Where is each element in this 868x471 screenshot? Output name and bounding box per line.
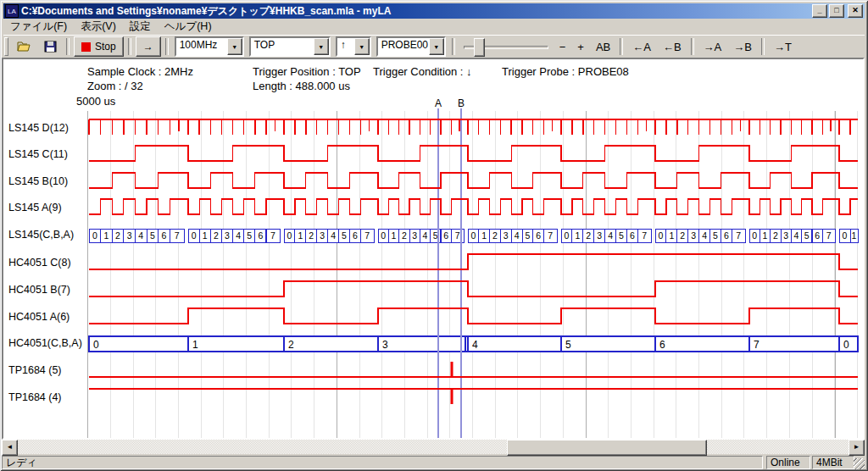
save-file-button[interactable] xyxy=(39,37,62,56)
zoom-slider[interactable] xyxy=(464,37,548,56)
stop-label: Stop xyxy=(95,41,116,53)
status-online-badge: Online xyxy=(766,456,810,469)
toolbar-separator xyxy=(691,38,694,55)
sample-rate-combo[interactable]: 100MHz ▼ xyxy=(175,36,244,57)
app-icon: LA xyxy=(5,4,19,18)
open-folder-icon xyxy=(17,41,32,53)
toolbar-separator xyxy=(761,38,765,55)
app-window: LA C:¥Documents and Settings¥noname¥デスクト… xyxy=(0,0,868,471)
dropdown-arrow-icon[interactable]: ▼ xyxy=(429,38,444,55)
maximize-button-icon[interactable]: □ xyxy=(829,4,844,18)
toolbar: Stop → 100MHz ▼ TOP ▼ ↑ ▼ PROBE00 ▼ − + xyxy=(3,35,865,58)
trigger-probe-combo[interactable]: PROBE00 ▼ xyxy=(376,36,446,57)
scrollbar-thumb[interactable] xyxy=(507,440,707,456)
dropdown-arrow-icon[interactable]: ▼ xyxy=(227,38,242,55)
scroll-left-button[interactable]: ◄ xyxy=(2,440,18,456)
goto-cursor-b-left-button[interactable]: ←B xyxy=(658,37,687,56)
goto-cursor-a-right-button[interactable]: →A xyxy=(698,37,727,56)
channel-label: HC4051 B(7) xyxy=(8,284,70,296)
info-sample-clock: Sample Clock : 2MHz xyxy=(87,65,193,78)
channel-label: LS145 D(12) xyxy=(8,122,69,134)
toolbar-separator xyxy=(620,38,623,55)
menu-settings[interactable]: 設定 xyxy=(123,19,158,35)
sample-rate-value: 100MHz xyxy=(176,38,227,55)
trigger-position-combo[interactable]: TOP ▼ xyxy=(249,36,331,57)
trigger-edge-value: ↑ xyxy=(337,38,354,55)
status-ready: レディ xyxy=(2,456,763,469)
status-memory-badge: 4MBit xyxy=(812,456,854,469)
trigger-probe-value: PROBE00 xyxy=(378,38,429,55)
window-title: C:¥Documents and Settings¥noname¥デスクトップ¥… xyxy=(21,4,810,19)
channel-label: TP1684 (4) xyxy=(8,391,62,403)
channel-label: LS145(C,B,A) xyxy=(8,229,74,241)
toolbar-separator xyxy=(452,38,455,55)
channel-label: LS145 B(10) xyxy=(8,175,68,187)
stop-button[interactable]: Stop xyxy=(74,36,124,57)
zoom-out-button[interactable]: − xyxy=(554,37,571,56)
title-bar: LA C:¥Documents and Settings¥noname¥デスクト… xyxy=(3,3,865,19)
save-floppy-icon xyxy=(44,41,57,53)
goto-cursor-b-right-button[interactable]: →B xyxy=(728,37,757,56)
dropdown-arrow-icon[interactable]: ▼ xyxy=(314,38,329,55)
goto-cursor-a-left-button[interactable]: ←A xyxy=(627,37,656,56)
status-bar: レディ Online 4MBit xyxy=(2,456,866,469)
open-file-button[interactable] xyxy=(12,37,37,56)
scroll-right-button[interactable]: ► xyxy=(849,440,865,456)
toolbar-grip xyxy=(4,37,8,56)
dropdown-arrow-icon[interactable]: ▼ xyxy=(354,38,370,55)
time-per-division-label: 5000 us xyxy=(76,95,115,108)
info-zoom: Zoom : / 32 xyxy=(87,80,143,92)
channel-label: HC4051 A(6) xyxy=(8,311,70,323)
cursor-a-label[interactable]: A xyxy=(435,97,442,109)
info-trigger-position: Trigger Position : TOP xyxy=(253,65,361,78)
minimize-button-icon[interactable]: _ xyxy=(812,4,827,18)
toolbar-separator xyxy=(165,38,169,55)
channel-label: HC4051 C(8) xyxy=(8,257,71,269)
trigger-position-value: TOP xyxy=(251,38,314,55)
info-trigger-condition: Trigger Condition : ↓ xyxy=(373,65,472,78)
waveform-panel[interactable] xyxy=(2,58,865,440)
info-trigger-probe: Trigger Probe : PROBE08 xyxy=(502,65,629,78)
resize-grip[interactable] xyxy=(854,458,865,469)
stop-square-icon xyxy=(81,42,91,52)
run-arrow-icon: → xyxy=(143,41,153,53)
horizontal-scrollbar[interactable]: ◄ ► xyxy=(2,440,865,454)
run-button[interactable]: → xyxy=(136,36,161,57)
goto-trigger-button[interactable]: →T xyxy=(769,37,797,56)
menu-help[interactable]: ヘルプ(H) xyxy=(158,19,219,35)
menu-file[interactable]: ファイル(F) xyxy=(3,19,74,35)
channel-label: HC4051(C,B,A) xyxy=(8,337,82,349)
menu-bar: ファイル(F) 表示(V) 設定 ヘルプ(H) xyxy=(3,19,865,34)
toolbar-separator xyxy=(66,38,70,55)
trigger-edge-combo[interactable]: ↑ ▼ xyxy=(336,36,371,57)
toolbar-separator xyxy=(128,38,131,55)
info-length: Length : 488.000 us xyxy=(253,80,350,92)
close-button-icon[interactable]: ✕ xyxy=(848,4,863,18)
channel-label: TP1684 (5) xyxy=(8,364,62,376)
channel-label: LS145 A(9) xyxy=(8,202,62,213)
cursor-b-label[interactable]: B xyxy=(458,97,465,109)
ab-range-button[interactable]: AB xyxy=(591,37,615,56)
channel-label: LS145 C(11) xyxy=(8,148,68,160)
zoom-slider-thumb[interactable] xyxy=(474,38,485,57)
zoom-in-button[interactable]: + xyxy=(572,37,589,56)
menu-view[interactable]: 表示(V) xyxy=(74,19,123,35)
